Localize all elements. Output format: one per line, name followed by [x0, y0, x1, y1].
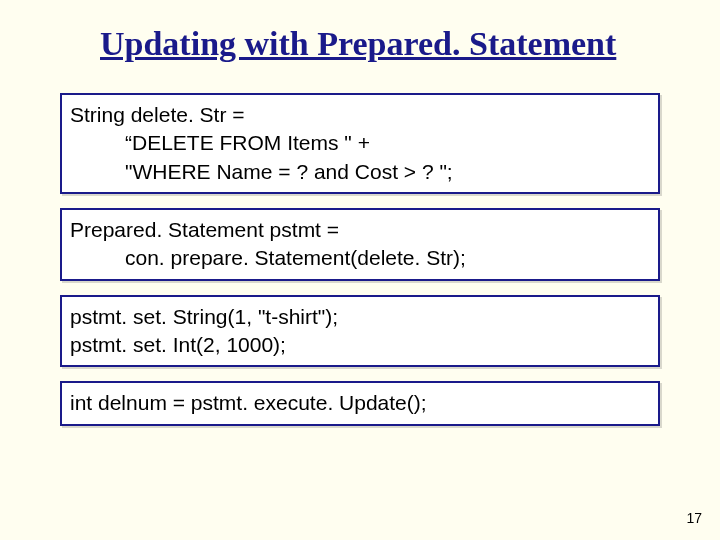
code-line: int delnum = pstmt. execute. Update();: [70, 389, 650, 417]
code-line: pstmt. set. String(1, "t-shirt");: [70, 303, 650, 331]
code-box-4: int delnum = pstmt. execute. Update();: [60, 381, 660, 425]
code-box-2: Prepared. Statement pstmt = con. prepare…: [60, 208, 660, 281]
code-box-3: pstmt. set. String(1, "t-shirt"); pstmt.…: [60, 295, 660, 368]
code-line: “DELETE FROM Items " +: [125, 129, 650, 157]
page-number: 17: [686, 510, 702, 526]
code-line: Prepared. Statement pstmt =: [70, 216, 650, 244]
slide-title: Updating with Prepared. Statement: [100, 25, 660, 63]
slide: Updating with Prepared. Statement String…: [0, 0, 720, 540]
code-line: pstmt. set. Int(2, 1000);: [70, 331, 650, 359]
code-line: String delete. Str =: [70, 101, 650, 129]
code-line: "WHERE Name = ? and Cost > ? ";: [125, 158, 650, 186]
code-box-1: String delete. Str = “DELETE FROM Items …: [60, 93, 660, 194]
code-line: con. prepare. Statement(delete. Str);: [125, 244, 650, 272]
